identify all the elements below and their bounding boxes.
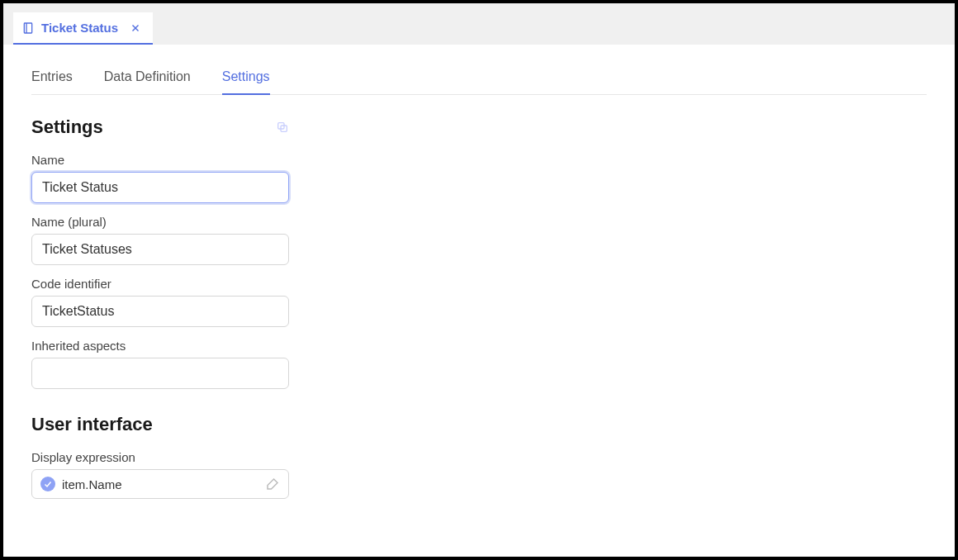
- svg-rect-0: [24, 23, 31, 33]
- subtab-entries[interactable]: Entries: [31, 69, 73, 94]
- display-expression-text: item.Name: [62, 477, 258, 491]
- tab-title: Ticket Status: [41, 21, 118, 35]
- field-display-expression: Display expression item.Name: [31, 450, 289, 499]
- field-name-plural: Name (plural): [31, 215, 289, 265]
- input-code-id[interactable]: [31, 296, 289, 327]
- label-name-plural: Name (plural): [31, 215, 289, 229]
- input-name[interactable]: [31, 172, 289, 203]
- book-icon: [21, 21, 35, 35]
- ui-section-title: User interface: [31, 414, 927, 435]
- settings-title: Settings: [31, 116, 103, 138]
- label-inherited-aspects: Inherited aspects: [31, 339, 289, 353]
- field-name: Name: [31, 153, 289, 203]
- input-name-plural[interactable]: [31, 234, 289, 265]
- field-inherited-aspects: Inherited aspects: [31, 339, 289, 389]
- settings-section-head: Settings: [31, 116, 289, 138]
- label-name: Name: [31, 153, 289, 167]
- close-icon[interactable]: [130, 22, 141, 34]
- check-icon: [40, 477, 55, 491]
- tab-ticket-status[interactable]: Ticket Status: [13, 12, 153, 45]
- top-tab-bar: Ticket Status: [3, 3, 955, 45]
- label-code-id: Code identifier: [31, 277, 289, 291]
- label-display-expression: Display expression: [31, 450, 289, 464]
- input-inherited-aspects[interactable]: [31, 358, 289, 389]
- subtab-settings[interactable]: Settings: [222, 69, 270, 94]
- edit-icon[interactable]: [265, 477, 280, 491]
- copy-icon[interactable]: [276, 121, 289, 134]
- subtab-data-definition[interactable]: Data Definition: [104, 69, 191, 94]
- sub-tabs: Entries Data Definition Settings: [31, 69, 927, 95]
- display-expression-box[interactable]: item.Name: [31, 469, 289, 499]
- content-area: Entries Data Definition Settings Setting…: [3, 45, 955, 557]
- field-code-id: Code identifier: [31, 277, 289, 327]
